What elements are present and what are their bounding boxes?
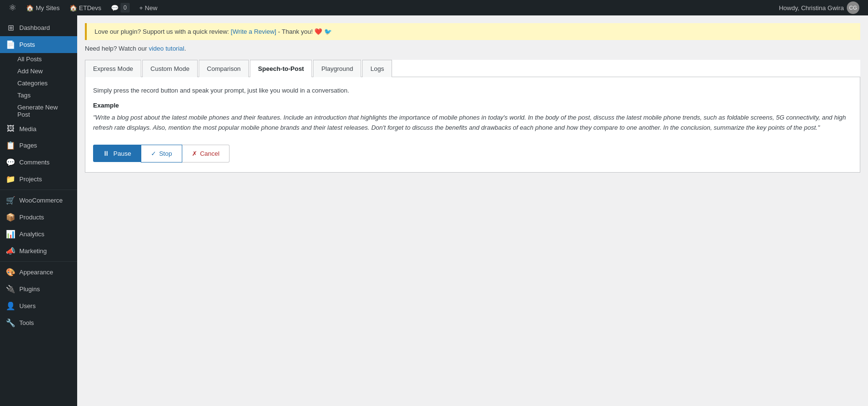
- tab-playground[interactable]: Playground: [313, 60, 361, 77]
- main-content: Love our plugin? Support us with a quick…: [77, 15, 868, 406]
- appearance-label: Appearance: [19, 269, 53, 276]
- posts-label: Posts: [19, 41, 35, 48]
- pages-icon: 📋: [6, 141, 15, 150]
- sidebar-item-comments[interactable]: 💬 Comments: [0, 154, 77, 171]
- projects-label: Projects: [19, 176, 42, 183]
- my-sites-item[interactable]: 🏠 My Sites: [21, 0, 65, 15]
- analytics-icon: 📊: [6, 230, 15, 239]
- wp-layout: ⊞ Dashboard 📄 Posts All Posts Add New Ca…: [0, 15, 868, 406]
- write-review-link[interactable]: [Write a Review]: [231, 28, 276, 35]
- marketing-label: Marketing: [19, 247, 47, 255]
- posts-submenu: All Posts Add New Categories Tags Genera…: [0, 53, 77, 121]
- tab-express-mode[interactable]: Express Mode: [85, 60, 141, 77]
- tab-logs[interactable]: Logs: [362, 60, 392, 77]
- plugins-icon: 🔌: [6, 284, 15, 294]
- tab-comparison[interactable]: Comparison: [199, 60, 249, 77]
- howdy-text: Howdy, Christina Gwira: [779, 4, 844, 12]
- wp-logo-item[interactable]: ⚛: [4, 0, 21, 15]
- help-suffix: .: [184, 45, 186, 52]
- tab-content-area: Simply press the record button and speak…: [85, 77, 860, 173]
- new-content-item[interactable]: + New: [135, 0, 163, 15]
- pages-label: Pages: [19, 142, 37, 149]
- help-text: Need help? Watch our video tutorial.: [77, 40, 868, 52]
- users-icon: 👤: [6, 301, 15, 311]
- products-label: Products: [19, 214, 44, 221]
- stop-button[interactable]: ✓ Stop: [141, 145, 182, 162]
- posts-icon: 📄: [6, 40, 15, 49]
- plus-icon: +: [139, 4, 143, 12]
- tools-label: Tools: [19, 319, 34, 326]
- site-name-label: ETDevs: [79, 4, 101, 12]
- submenu-categories[interactable]: Categories: [0, 77, 77, 89]
- tools-icon: 🔧: [6, 318, 15, 327]
- marketing-icon: 📣: [6, 246, 15, 256]
- tab-speech-to-post[interactable]: Speech-to-Post: [250, 60, 312, 77]
- pause-label: Pause: [113, 150, 131, 157]
- comment-icon: 💬: [111, 4, 119, 12]
- submenu-generate-new-post[interactable]: Generate New Post: [0, 101, 77, 121]
- tab-bar: Express Mode Custom Mode Comparison Spee…: [85, 60, 860, 77]
- pause-button[interactable]: ⏸ Pause: [93, 145, 141, 162]
- my-sites-label: My Sites: [36, 4, 60, 12]
- help-prefix: Need help? Watch our: [85, 45, 149, 52]
- appearance-icon: 🎨: [6, 268, 15, 277]
- admin-bar: ⚛ 🏠 My Sites 🏠 ETDevs 💬 0 + New Howdy, C…: [0, 0, 868, 15]
- submenu-all-posts[interactable]: All Posts: [0, 53, 77, 65]
- stop-label: Stop: [159, 150, 172, 157]
- cancel-button[interactable]: ✗ Cancel: [182, 145, 230, 162]
- notice-banner: Love our plugin? Support us with a quick…: [85, 23, 860, 40]
- video-tutorial-link[interactable]: video tutorial: [149, 45, 184, 52]
- sidebar-item-dashboard[interactable]: ⊞ Dashboard: [0, 19, 77, 36]
- comment-count-badge: 0: [121, 3, 130, 13]
- sidebar-item-pages[interactable]: 📋 Pages: [0, 137, 77, 154]
- admin-bar-items: ⚛ 🏠 My Sites 🏠 ETDevs 💬 0 + New: [4, 0, 774, 15]
- media-label: Media: [19, 125, 36, 133]
- sidebar-item-analytics[interactable]: 📊 Analytics: [0, 226, 77, 243]
- comment-count: 0: [123, 4, 127, 11]
- intro-text: Simply press the record button and speak…: [93, 87, 852, 94]
- sidebar-item-posts[interactable]: 📄 Posts: [0, 36, 77, 53]
- sidebar-item-marketing[interactable]: 📣 Marketing: [0, 243, 77, 259]
- comments-label: Comments: [19, 159, 50, 166]
- analytics-label: Analytics: [19, 230, 44, 238]
- new-label: New: [145, 4, 157, 12]
- menu-divider-1: [0, 189, 77, 190]
- pause-icon: ⏸: [103, 149, 109, 157]
- action-buttons: ⏸ Pause ✓ Stop ✗ Cancel: [93, 145, 852, 162]
- sidebar-item-products[interactable]: 📦 Products: [0, 209, 77, 226]
- sidebar-item-appearance[interactable]: 🎨 Appearance: [0, 264, 77, 281]
- home-icon: 🏠: [26, 4, 34, 12]
- submenu-add-new[interactable]: Add New: [0, 65, 77, 77]
- notice-text-prefix: Love our plugin? Support us with a quick…: [95, 28, 231, 35]
- sidebar-item-projects[interactable]: 📁 Projects: [0, 171, 77, 188]
- plugins-label: Plugins: [19, 285, 40, 293]
- projects-icon: 📁: [6, 175, 15, 184]
- x-icon: ✗: [192, 150, 197, 157]
- woocommerce-icon: 🛒: [6, 196, 15, 205]
- checkmark-icon: ✓: [151, 150, 156, 157]
- sidebar-item-users[interactable]: 👤 Users: [0, 298, 77, 314]
- admin-menu: ⊞ Dashboard 📄 Posts All Posts Add New Ca…: [0, 15, 77, 406]
- dashboard-label: Dashboard: [19, 24, 50, 31]
- notice-text-suffix: - Thank you! ❤️ 🐦: [276, 28, 332, 35]
- sidebar-item-woocommerce[interactable]: 🛒 WooCommerce: [0, 192, 77, 209]
- comments-item[interactable]: 💬 0: [106, 0, 135, 15]
- wordpress-icon: ⚛: [9, 2, 16, 13]
- user-avatar: CG: [847, 1, 859, 14]
- user-greeting: Howdy, Christina Gwira CG: [774, 1, 864, 14]
- example-quote: "Write a blog post about the latest mobi…: [93, 113, 852, 133]
- woocommerce-label: WooCommerce: [19, 197, 63, 204]
- dashboard-icon: ⊞: [6, 23, 15, 32]
- tab-custom-mode[interactable]: Custom Mode: [142, 60, 198, 77]
- products-icon: 📦: [6, 213, 15, 222]
- submenu-tags[interactable]: Tags: [0, 89, 77, 101]
- sidebar-item-tools[interactable]: 🔧 Tools: [0, 314, 77, 331]
- media-icon: 🖼: [6, 124, 15, 133]
- users-label: Users: [19, 302, 36, 310]
- sidebar-item-plugins[interactable]: 🔌 Plugins: [0, 281, 77, 298]
- cancel-label: Cancel: [200, 150, 219, 157]
- comments-icon: 💬: [6, 158, 15, 167]
- menu-divider-2: [0, 261, 77, 262]
- sidebar-item-media[interactable]: 🖼 Media: [0, 121, 77, 137]
- site-name-item[interactable]: 🏠 ETDevs: [65, 0, 106, 15]
